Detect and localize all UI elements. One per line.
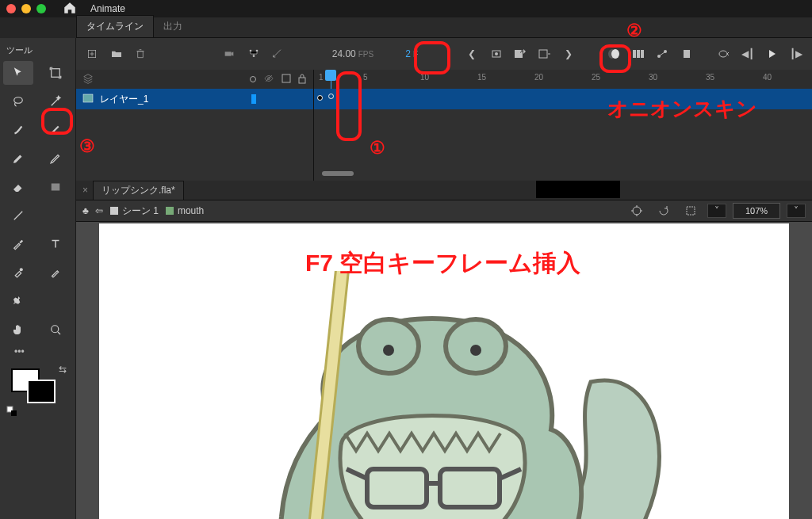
color-dropper-tool[interactable] bbox=[40, 261, 71, 284]
svg-point-10 bbox=[256, 50, 259, 52]
eraser-tool[interactable] bbox=[3, 175, 33, 199]
step-back-button[interactable]: ◀┃ bbox=[737, 44, 757, 64]
selection-tool[interactable] bbox=[3, 61, 33, 85]
play-button[interactable] bbox=[762, 44, 782, 64]
svg-text:A: A bbox=[520, 49, 523, 54]
eyedropper-tool[interactable] bbox=[3, 232, 33, 256]
document-tab[interactable]: リップシンク.fla* bbox=[93, 181, 184, 200]
timeline-body bbox=[76, 109, 812, 181]
add-layer-button[interactable] bbox=[82, 44, 102, 64]
prev-frame-button[interactable] bbox=[487, 44, 507, 64]
svg-rect-6 bbox=[11, 410, 17, 416]
color-swatches[interactable]: ⇆ bbox=[11, 368, 62, 406]
text-tool[interactable] bbox=[40, 232, 71, 256]
outline-column-icon[interactable] bbox=[282, 74, 291, 85]
lock-column-icon[interactable] bbox=[297, 73, 307, 86]
pencil-tool[interactable] bbox=[40, 147, 71, 170]
lasso-tool[interactable] bbox=[3, 90, 33, 113]
fps-display[interactable]: 24.00FPS bbox=[332, 48, 373, 59]
breadcrumb-symbol[interactable]: mouth bbox=[165, 205, 204, 216]
line-tool[interactable] bbox=[3, 204, 33, 227]
rotate-stage-icon[interactable] bbox=[653, 200, 674, 221]
rectangle-tool[interactable] bbox=[40, 175, 71, 199]
blank-keyframe[interactable] bbox=[328, 93, 334, 99]
ruler-tick: 25 bbox=[592, 73, 600, 82]
new-folder-button[interactable] bbox=[107, 44, 127, 64]
stroke-swatch[interactable] bbox=[27, 380, 56, 403]
svg-point-1 bbox=[14, 97, 23, 104]
fluid-brush-tool[interactable] bbox=[3, 118, 33, 142]
step-forward-button[interactable]: ┃▶ bbox=[787, 44, 806, 64]
onion-skin-button[interactable] bbox=[604, 44, 624, 64]
zoom-dropdown[interactable]: ˅ bbox=[787, 204, 806, 218]
stage-container: F7 空白キーフレーム挿入 bbox=[76, 222, 812, 519]
brush-tool[interactable] bbox=[40, 118, 71, 142]
window-zoom-button[interactable] bbox=[36, 4, 46, 13]
layer-type-icon bbox=[82, 93, 94, 105]
frame-ruler[interactable]: 1 5 10 15 20 25 30 35 40 bbox=[314, 70, 812, 89]
document-tabs: × リップシンク.fla* bbox=[76, 181, 812, 200]
svg-rect-0 bbox=[51, 69, 59, 78]
zoom-decrease[interactable]: ˅ bbox=[707, 204, 726, 218]
breadcrumb-scene[interactable]: シーン 1 bbox=[109, 204, 159, 218]
ruler-tick: 30 bbox=[649, 73, 657, 82]
frame-span-display[interactable]: 2F bbox=[405, 48, 418, 59]
window-close-button[interactable] bbox=[6, 4, 16, 13]
svg-point-36 bbox=[470, 345, 481, 356]
clip-stage-icon[interactable] bbox=[680, 200, 701, 221]
highlight-layer-icon[interactable] bbox=[250, 76, 256, 82]
marker-button[interactable] bbox=[676, 44, 696, 64]
paintbrush-tool[interactable] bbox=[3, 147, 33, 170]
visibility-column-icon[interactable] bbox=[262, 74, 275, 85]
scene-menu-icon[interactable]: ♣ bbox=[82, 205, 89, 216]
frame-strip[interactable] bbox=[314, 89, 812, 109]
hand-tool[interactable] bbox=[3, 318, 33, 342]
center-stage-icon[interactable] bbox=[626, 200, 647, 221]
edit-bar: ♣ ⇦ シーン 1 mouth ˅ 107% ˅ bbox=[76, 200, 812, 222]
ink-bottle-tool[interactable] bbox=[3, 261, 33, 284]
next-frame-button[interactable]: ❯ bbox=[559, 44, 579, 64]
first-frame-button[interactable]: ❮ bbox=[462, 44, 482, 64]
svg-point-4 bbox=[51, 326, 58, 333]
layers-icon bbox=[82, 73, 94, 86]
svg-rect-20 bbox=[637, 50, 640, 58]
layer-highlight-toggle[interactable] bbox=[251, 94, 256, 104]
ruler-tick: 35 bbox=[706, 73, 714, 82]
free-transform-tool[interactable] bbox=[40, 61, 71, 85]
timeline-scrollbar[interactable] bbox=[322, 171, 354, 176]
tab-output[interactable]: 出力 bbox=[154, 16, 192, 37]
camera-button[interactable] bbox=[220, 44, 239, 64]
loop-button[interactable] bbox=[714, 44, 733, 64]
window-minimize-button[interactable] bbox=[21, 4, 31, 13]
default-colors-icon[interactable] bbox=[6, 406, 17, 419]
svg-point-31 bbox=[633, 207, 641, 215]
tools-panel-title: ツール bbox=[3, 43, 72, 61]
svg-rect-21 bbox=[641, 50, 644, 58]
layer-depth-button[interactable] bbox=[268, 44, 288, 64]
svg-rect-2 bbox=[51, 184, 59, 191]
insert-blank-keyframe-button[interactable] bbox=[535, 44, 555, 64]
svg-rect-32 bbox=[687, 207, 695, 215]
layer-name[interactable]: レイヤー_1 bbox=[100, 93, 148, 106]
edit-bar-back[interactable]: ⇦ bbox=[95, 205, 103, 216]
zoom-value[interactable]: 107% bbox=[733, 203, 780, 219]
layer-row[interactable]: レイヤー_1 bbox=[76, 89, 812, 109]
stage[interactable]: F7 空白キーフレーム挿入 bbox=[99, 223, 789, 519]
redaction-block bbox=[536, 181, 620, 198]
insert-keyframe-button[interactable]: A bbox=[511, 44, 530, 64]
keyframe[interactable] bbox=[317, 95, 323, 101]
more-tools[interactable]: ••• bbox=[14, 346, 72, 357]
pin-tool[interactable] bbox=[3, 289, 33, 313]
swap-colors-icon[interactable]: ⇆ bbox=[59, 364, 67, 375]
timeline-toolbar: 24.00FPS 2F ❮ A ❯ ◀┃ ┃▶ bbox=[76, 38, 812, 70]
layer-parenting-button[interactable] bbox=[244, 44, 264, 64]
playhead[interactable] bbox=[325, 70, 336, 81]
create-tween-button[interactable] bbox=[653, 44, 672, 64]
home-icon[interactable] bbox=[63, 1, 77, 17]
delete-layer-button[interactable] bbox=[131, 44, 151, 64]
tab-timeline[interactable]: タイムライン bbox=[76, 15, 154, 37]
zoom-tool[interactable] bbox=[40, 318, 71, 342]
svg-rect-29 bbox=[110, 207, 118, 215]
magic-wand-tool[interactable] bbox=[40, 90, 71, 113]
edit-multiple-frames-button[interactable] bbox=[628, 44, 648, 64]
